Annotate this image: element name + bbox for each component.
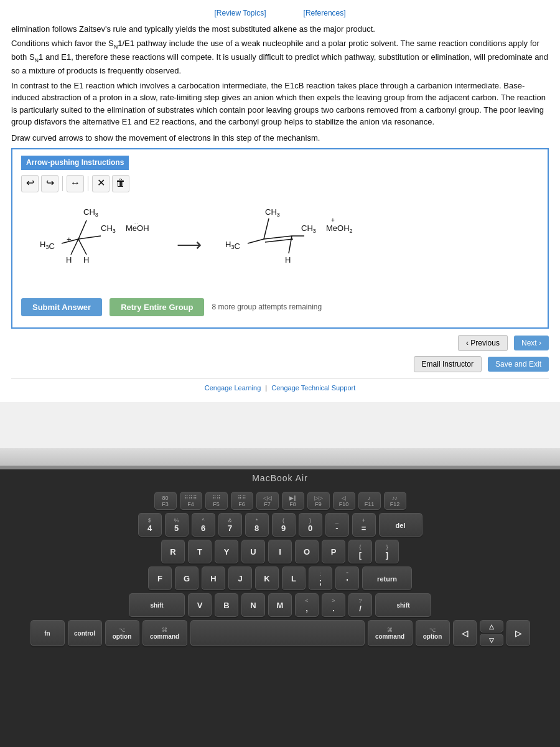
key-o[interactable]: O [295,540,319,563]
svg-text:CH3: CH3 [101,223,116,234]
key-space[interactable] [190,620,365,646]
key-y[interactable]: Y [215,540,238,563]
key-comma[interactable]: <, [295,593,319,617]
key-ctrl[interactable]: control [68,620,102,646]
key-g[interactable]: G [175,566,198,590]
key-delete[interactable]: del [379,513,422,537]
key-equals[interactable]: += [352,513,376,537]
key-f10[interactable]: ◁F10 [333,492,355,510]
svg-text:H3C: H3C [40,240,55,251]
key-f12[interactable]: ♪♪F12 [384,492,406,510]
key-4[interactable]: $4 [138,513,162,537]
action-row: Submit Answer Retry Entire Group 8 more … [21,298,539,321]
key-return[interactable]: return [362,566,412,590]
key-minus[interactable]: _- [325,513,349,537]
svg-line-8 [78,220,86,239]
key-f8[interactable]: ▶‖F8 [282,492,304,510]
delete-icon[interactable]: ✕ [92,175,110,192]
macbook-bottom: MacBook Air 80F3 ⠿⠿⠿F4 ⠿⠿F5 ⠿⠿F6 ◁◁F7 ▶‖… [0,448,560,747]
key-r[interactable]: R [161,540,185,563]
key-f4[interactable]: ⠿⠿⠿F4 [180,492,202,510]
svg-text:H: H [66,255,72,265]
key-bracket-close[interactable]: }] [375,540,399,563]
key-alt-left[interactable]: ⌥option [105,620,139,646]
key-6[interactable]: ^6 [192,513,215,537]
undo-icon[interactable]: ↩ [21,175,39,192]
key-f3[interactable]: 80F3 [154,492,177,510]
chem-area: CH3 CH3 MeOH · · H3C + [21,199,539,292]
product-structure: CH3 CH3 MeOH2 + H3C [220,205,363,286]
key-shift-right[interactable]: shift [375,593,431,617]
attempts-text: 8 more group attempts remaining [212,301,322,313]
review-topics-link[interactable]: [Review Topics] [214,7,266,19]
key-shift-left[interactable]: shift [129,593,185,617]
paragraph-3: In contrast to the E1 reaction which inv… [11,80,549,128]
svg-text:H: H [83,255,89,265]
key-n[interactable]: N [241,593,265,617]
key-arrow-right[interactable]: ▷ [506,620,530,646]
key-cmd-right[interactable]: ⌘command [368,620,413,646]
key-m[interactable]: M [268,593,292,617]
arrow-pushing-box: Arrow-pushing Instructions ↩ ↪ ↔ ✕ 🗑 CH3… [11,148,549,329]
cengage-learning-link[interactable]: Cengage Learning [205,384,261,392]
arrow-up-down: △ ▽ [480,620,503,646]
svg-line-11 [78,239,86,255]
key-f7[interactable]: ◁◁F7 [256,492,279,510]
key-0[interactable]: )0 [299,513,322,537]
key-bracket-open[interactable]: {[ [348,540,372,563]
key-cmd-left[interactable]: ⌘command [142,620,187,646]
key-k[interactable]: K [255,566,279,590]
svg-text:·: · [137,220,138,226]
references-link[interactable]: [References] [304,7,346,19]
cengage-support-link[interactable]: Cengage Technical Support [271,384,355,392]
svg-line-19 [248,239,264,243]
key-7[interactable]: &7 [218,513,242,537]
row-bottom: fn control ⌥option ⌘command ⌘command ⌥op… [12,620,548,646]
key-u[interactable]: U [241,540,265,563]
key-arrow-left[interactable]: ◁ [453,620,477,646]
key-t[interactable]: T [188,540,212,563]
key-arrow-down[interactable]: ▽ [480,634,503,646]
key-b[interactable]: B [215,593,238,617]
key-fn[interactable]: fn [30,620,65,646]
previous-button[interactable]: ‹ Previous [458,335,508,351]
key-l[interactable]: L [282,566,306,590]
key-f[interactable]: F [148,566,172,590]
row-rtyuiop: R T Y U I O P {[ }] [12,540,548,563]
key-v[interactable]: V [188,593,212,617]
svg-line-22 [264,218,269,239]
macbook-label: MacBook Air [0,469,560,486]
reaction-arrow: ⟶ [177,232,202,258]
key-arrow-up[interactable]: △ [480,620,503,632]
svg-text:H: H [285,255,291,265]
key-f11[interactable]: ♪F11 [358,492,381,510]
key-f6[interactable]: ⠿⠿F6 [231,492,253,510]
retry-group-button[interactable]: Retry Entire Group [110,298,204,316]
key-semicolon[interactable]: :; [309,566,332,590]
key-9[interactable]: (9 [272,513,296,537]
submit-answer-button[interactable]: Submit Answer [21,298,102,316]
key-i[interactable]: I [268,540,292,563]
reactant-structure: CH3 CH3 MeOH · · H3C + [34,205,158,286]
key-j[interactable]: J [228,566,252,590]
key-quote[interactable]: "' [335,566,359,590]
redo-icon[interactable]: ↪ [41,175,58,192]
key-5[interactable]: %5 [165,513,189,537]
key-h[interactable]: H [202,566,225,590]
next-button[interactable]: Next › [514,336,549,350]
key-alt-right[interactable]: ⌥option [416,620,450,646]
svg-text:·: · [134,220,136,226]
arrow-mode-icon[interactable]: ↔ [67,175,84,192]
content-area: [Review Topics] [References] elimination… [0,0,560,402]
trash-icon[interactable]: 🗑 [112,175,129,192]
svg-text:CH3: CH3 [301,223,316,234]
key-period[interactable]: >. [322,593,345,617]
email-instructor-button[interactable]: Email Instructor [414,356,482,372]
key-f9[interactable]: ▷▷F9 [307,492,330,510]
key-p[interactable]: P [322,540,345,563]
key-8[interactable]: *8 [245,513,269,537]
key-slash[interactable]: ?/ [348,593,372,617]
key-f5[interactable]: ⠿⠿F5 [205,492,228,510]
save-exit-button[interactable]: Save and Exit [488,357,549,372]
svg-text:MeOH2: MeOH2 [326,223,353,234]
